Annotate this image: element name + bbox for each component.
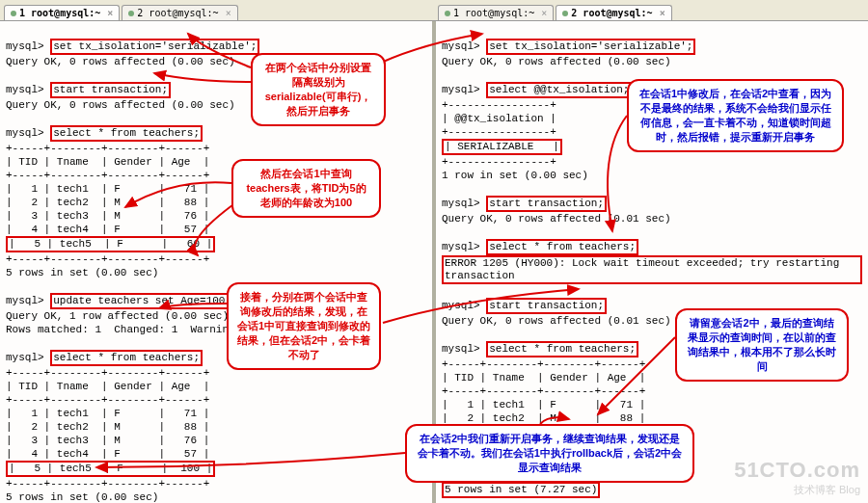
inactive-dot-icon [445,11,450,16]
table-row: | 2 | tech2 | M | 88 | [6,197,209,208]
cmd-select: select * from teachers; [486,341,638,357]
output: Query OK, 0 rows affected (0.00 sec) [6,56,235,67]
cmd-set-isolation: set tx_isolation='serializable'; [50,39,259,55]
cmd-select-isolation: select @@tx_isolation; [486,82,632,98]
output: 1 row in set (0.00 sec) [442,170,588,181]
callout-6: 在会话2中我们重新开启事务，继续查询结果，发现还是会卡着不动。我们在会话1中执行… [405,424,694,483]
close-icon[interactable]: × [226,8,231,18]
tab-2-right[interactable]: 2 root@mysql:~× [556,5,671,20]
output: Query OK, 1 row affected (0.00 sec) [6,310,229,322]
output: Query OK, 0 rows affected (0.01 sec) [442,213,671,225]
output: 5 rows in set (0.00 sec) [6,491,158,503]
callout-4: 在会话1中修改后，在会话2中查看，因为不是最终的结果，系统不会给我们显示任何信息… [627,79,844,152]
table-row: | 3 | tech3 | M | 76 | [6,435,209,446]
tab-label: 2 root@mysql:~ [571,8,652,18]
table-row-highlight: | 5 | tech5 | F | 60 | [6,236,215,252]
tab-label: 2 root@mysql:~ [137,8,218,18]
inactive-dot-icon [128,11,134,16]
tab-label: 1 root@mysql:~ [19,8,100,18]
callout-3: 接着，分别在两个会话中查询修改后的结果，发现，在会话1中可直接查询到修改的结果，… [227,282,381,370]
table-row: | 4 | tech4 | F | 57 | [6,448,209,460]
callout-1: 在两个会话中分别设置隔离级别为serializable(可串行)，然后开启事务 [251,53,386,126]
watermark-url: 51CTO.com [734,458,860,483]
tabs-right: 1 root@mysql:~× 2 root@mysql:~× [434,0,868,21]
tab-label: 1 root@mysql:~ [453,8,534,18]
rows-timing: 5 rows in set (7.27 sec) [442,482,600,498]
cmd-select: select * from teachers; [486,239,638,255]
output: 5 rows in set (0.00 sec) [6,267,158,278]
table-row: | 2 | tech2 | M | 88 | [6,421,209,433]
tab-2-left[interactable]: 2 root@mysql:~× [122,5,237,20]
table-row: | 4 | tech4 | F | 57 | [6,224,209,235]
tabs-left: 1 root@mysql:~× 2 root@mysql:~× [0,0,434,21]
callout-5: 请留意会话2中，最后的查询结果显示的查询时间，在以前的查询结果中，根本用不了那么… [675,308,849,382]
cmd-select: select * from teachers; [50,350,203,366]
output: Query OK, 0 rows affected (0.00 sec) [442,56,671,67]
table-row: | 1 | tech1 | F | 71 | [6,408,209,419]
tab-1-left[interactable]: 1 root@mysql:~× [4,5,120,20]
table-header: | TID | Tname | Gender | Age | [442,372,645,384]
watermark: 51CTO.com 技术博客 Blog [734,458,860,497]
active-dot-icon [11,11,16,16]
watermark-sub: 技术博客 Blog [734,483,860,497]
table-row: | 1 | tech1 | F | 71 | [442,399,645,410]
active-dot-icon [562,11,568,16]
cmd-start-transaction: start transaction; [486,196,607,212]
table-row: | 1 | tech1 | F | 71 | [6,183,209,195]
output: Query OK, 0 rows affected (0.01 sec) [442,315,671,327]
callout-2: 然后在会话1中查询teachers表，将TID为5的老师的年龄改为100 [231,159,381,218]
table-header: | TID | Tname | Gender | Age | [6,381,209,392]
cmd-start-transaction: start transaction; [486,298,607,314]
output: Query OK, 0 rows affected (0.00 sec) [6,99,235,111]
cmd-start-transaction: start transaction; [50,82,171,98]
cmd-select: select * from teachers; [50,125,203,142]
close-icon[interactable]: × [541,8,547,18]
table-row: | 3 | tech3 | M | 76 | [6,210,209,222]
table-row-highlight: | 5 | tech5 | F | 100 | [6,461,215,477]
error-output: ERROR 1205 (HY000): Lock wait timeout ex… [442,255,862,284]
tab-1-right[interactable]: 1 root@mysql:~× [438,5,554,20]
cmd-set-isolation: set tx_isolation='serializable'; [486,39,695,55]
output: Rows matched: 1 Changed: 1 Warnings: 0 [6,324,260,335]
table-row: | 2 | tech2 | M | 88 | [442,412,645,424]
iso-header: | @@tx_isolation | [442,113,556,124]
close-icon[interactable]: × [660,8,665,18]
table-header: | TID | Tname | Gender | Age | [6,156,209,168]
prompt: mysql> [6,40,44,52]
iso-value: | SERIALIZABLE | [442,139,562,155]
close-icon[interactable]: × [107,8,113,18]
